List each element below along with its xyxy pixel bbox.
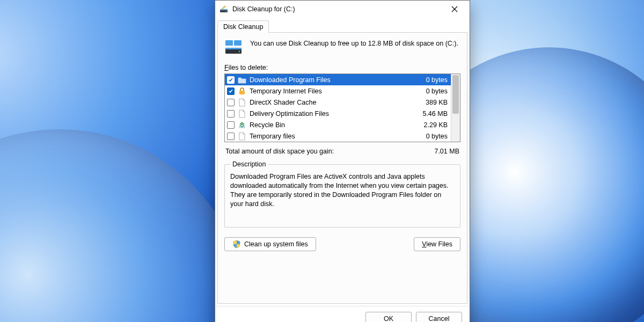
recycle-icon bbox=[238, 121, 246, 129]
list-item-name: Temporary Internet Files bbox=[250, 87, 404, 95]
list-item-size: 5.46 MB bbox=[407, 110, 449, 118]
view-files-label: View Files bbox=[422, 240, 452, 248]
checkbox[interactable] bbox=[227, 110, 235, 118]
shield-icon bbox=[232, 240, 241, 248]
close-button[interactable] bbox=[443, 1, 466, 17]
svg-rect-4 bbox=[234, 40, 241, 46]
tab-panel: You can use Disk Cleanup to free up to 1… bbox=[217, 32, 467, 304]
file-icon bbox=[238, 98, 246, 107]
window-title: Disk Cleanup for (C:) bbox=[232, 5, 443, 13]
list-item-size: 0 bytes bbox=[407, 87, 449, 95]
totals-row: Total amount of disk space you gain: 7.0… bbox=[225, 148, 459, 155]
list-item-size: 389 KB bbox=[407, 99, 449, 106]
list-item-name: DirectX Shader Cache bbox=[250, 99, 404, 106]
checkbox[interactable] bbox=[227, 87, 235, 95]
description-text: Downloaded Program Files are ActiveX con… bbox=[230, 172, 455, 222]
intro-row: You can use Disk Cleanup to free up to 1… bbox=[224, 39, 460, 55]
description-legend: Description bbox=[230, 160, 268, 168]
list-item[interactable]: Delivery Optimization Files5.46 MB bbox=[225, 108, 451, 119]
svg-point-2 bbox=[226, 11, 227, 12]
folder-icon bbox=[238, 76, 246, 84]
svg-rect-3 bbox=[225, 40, 233, 46]
disk-cleanup-dialog: Disk Cleanup for (C:) Disk Cleanup You c… bbox=[215, 0, 470, 322]
checkbox[interactable] bbox=[227, 133, 235, 140]
files-listbox[interactable]: Downloaded Program Files0 bytesTemporary… bbox=[224, 74, 460, 142]
tabstrip: Disk Cleanup bbox=[215, 18, 470, 32]
file-icon bbox=[238, 109, 246, 118]
checkbox[interactable] bbox=[227, 99, 235, 106]
list-item-name: Recycle Bin bbox=[250, 121, 404, 129]
list-item-name: Downloaded Program Files bbox=[250, 76, 404, 84]
list-item-name: Delivery Optimization Files bbox=[250, 110, 404, 118]
totals-label: Total amount of disk space you gain: bbox=[225, 148, 434, 155]
list-item[interactable]: Temporary files0 bytes bbox=[225, 130, 451, 142]
files-to-delete-label: Files to delete: bbox=[224, 64, 460, 71]
description-group: Description Downloaded Program Files are… bbox=[224, 160, 460, 228]
list-item-size: 2.29 KB bbox=[407, 121, 449, 129]
scrollbar[interactable] bbox=[451, 74, 460, 142]
view-files-button[interactable]: View Files bbox=[414, 237, 460, 251]
checkbox[interactable] bbox=[227, 76, 235, 84]
svg-rect-8 bbox=[239, 91, 245, 94]
list-item[interactable]: Temporary Internet Files0 bytes bbox=[225, 85, 451, 97]
checkbox[interactable] bbox=[227, 121, 235, 129]
svg-rect-1 bbox=[220, 9, 228, 10]
titlebar[interactable]: Disk Cleanup for (C:) bbox=[215, 1, 470, 18]
svg-point-7 bbox=[239, 51, 240, 52]
totals-value: 7.01 MB bbox=[434, 148, 459, 155]
clean-up-system-files-button[interactable]: Clean up system files bbox=[224, 237, 316, 251]
disk-cleanup-app-icon bbox=[219, 5, 228, 13]
ok-button[interactable]: OK bbox=[365, 312, 412, 322]
dialog-button-bar: OK Cancel bbox=[215, 306, 470, 322]
svg-rect-6 bbox=[225, 48, 241, 49]
lock-icon bbox=[238, 87, 246, 96]
cancel-button[interactable]: Cancel bbox=[416, 312, 462, 322]
list-item[interactable]: Downloaded Program Files0 bytes bbox=[225, 74, 451, 85]
tab-disk-cleanup[interactable]: Disk Cleanup bbox=[217, 20, 269, 33]
list-item[interactable]: Recycle Bin2.29 KB bbox=[225, 119, 451, 130]
list-item-size: 0 bytes bbox=[407, 76, 449, 84]
list-item-name: Temporary files bbox=[250, 133, 404, 140]
clean-up-system-files-label: Clean up system files bbox=[244, 240, 308, 248]
drive-icon bbox=[224, 39, 243, 55]
close-icon bbox=[451, 6, 458, 12]
scrollbar-thumb[interactable] bbox=[452, 75, 459, 114]
intro-text: You can use Disk Cleanup to free up to 1… bbox=[250, 39, 458, 55]
file-icon bbox=[238, 132, 246, 141]
list-item-size: 0 bytes bbox=[407, 133, 449, 140]
list-item[interactable]: DirectX Shader Cache389 KB bbox=[225, 97, 451, 108]
